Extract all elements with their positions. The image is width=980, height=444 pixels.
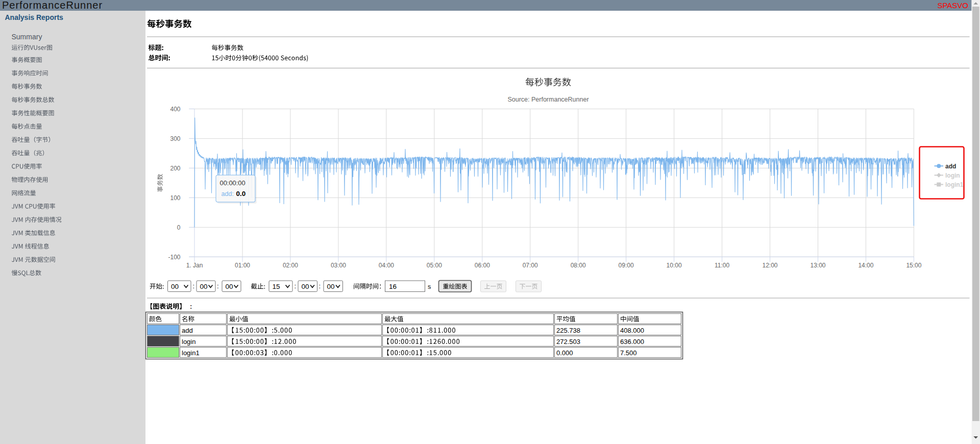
svg-text:12:00: 12:00 xyxy=(762,262,777,269)
svg-text::: : xyxy=(319,282,321,290)
svg-text:14:00: 14:00 xyxy=(858,262,873,269)
svg-text:7.500: 7.500 xyxy=(620,349,637,357)
svg-text:-100: -100 xyxy=(168,254,180,261)
svg-text:login1: login1 xyxy=(945,181,964,188)
svg-text:400: 400 xyxy=(170,106,180,113)
svg-text:408.000: 408.000 xyxy=(620,327,644,334)
svg-text:s: s xyxy=(428,283,431,290)
svg-text:16: 16 xyxy=(389,283,397,290)
svg-text:15:00: 15:00 xyxy=(906,262,921,269)
svg-text:04:00: 04:00 xyxy=(379,262,394,269)
svg-text:100: 100 xyxy=(170,194,180,202)
svg-text:Analysis Reports: Analysis Reports xyxy=(5,13,64,21)
svg-text:0: 0 xyxy=(177,224,181,231)
svg-text:0.0: 0.0 xyxy=(236,190,246,198)
svg-text:PerformanceRunner: PerformanceRunner xyxy=(2,0,103,11)
svg-text:login: login xyxy=(182,338,195,346)
svg-text:636.000: 636.000 xyxy=(620,338,644,346)
svg-text:07:00: 07:00 xyxy=(523,262,538,269)
svg-text:SPASVO: SPASVO xyxy=(937,1,968,10)
svg-text:Source: PerformanceRunner: Source: PerformanceRunner xyxy=(507,96,589,103)
svg-text:login: login xyxy=(945,172,960,179)
svg-text:00: 00 xyxy=(327,283,335,290)
svg-text:00: 00 xyxy=(171,283,179,290)
svg-text:add: add xyxy=(182,327,193,334)
svg-text:300: 300 xyxy=(170,135,180,142)
svg-text:00: 00 xyxy=(200,283,208,290)
svg-text:200: 200 xyxy=(170,165,180,172)
svg-text:11:00: 11:00 xyxy=(715,262,729,269)
svg-text:06:00: 06:00 xyxy=(475,262,490,269)
svg-text:00: 00 xyxy=(226,283,233,290)
svg-text:add:: add: xyxy=(222,190,234,198)
svg-text:01:00: 01:00 xyxy=(235,262,250,269)
svg-text:272.503: 272.503 xyxy=(556,338,580,346)
svg-text:00:00:00: 00:00:00 xyxy=(220,179,246,187)
svg-text:09:00: 09:00 xyxy=(619,262,634,269)
svg-text:05:00: 05:00 xyxy=(427,262,442,269)
svg-text:add: add xyxy=(945,163,956,170)
svg-text:225.738: 225.738 xyxy=(556,327,580,334)
svg-text:13:00: 13:00 xyxy=(810,262,825,269)
svg-text::: : xyxy=(217,282,219,290)
svg-text:0.000: 0.000 xyxy=(556,349,573,357)
svg-text::: : xyxy=(295,282,297,290)
svg-text:02:00: 02:00 xyxy=(283,262,298,269)
svg-text::: : xyxy=(190,303,192,310)
svg-text:00: 00 xyxy=(302,283,309,290)
svg-text:03:00: 03:00 xyxy=(331,262,346,269)
svg-text:08:00: 08:00 xyxy=(571,262,586,269)
svg-text:15: 15 xyxy=(273,283,280,290)
svg-text:login1: login1 xyxy=(182,349,200,357)
svg-text::: : xyxy=(193,282,195,290)
svg-text:10:00: 10:00 xyxy=(667,262,682,269)
svg-text:Summary: Summary xyxy=(12,33,42,41)
svg-text:1. Jan: 1. Jan xyxy=(186,262,203,269)
